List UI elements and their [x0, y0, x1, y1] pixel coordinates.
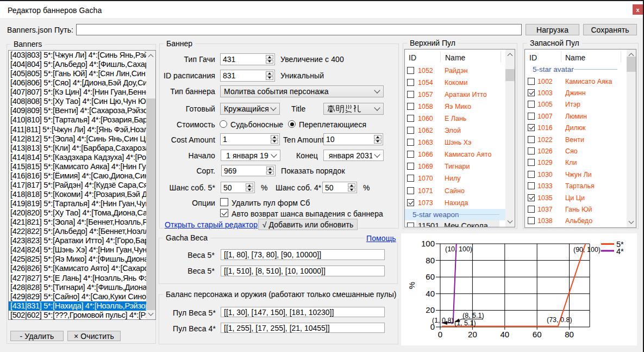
pool-row-checkbox[interactable] — [528, 89, 535, 96]
pool-row[interactable]: 1058Яэ Мико — [405, 101, 507, 113]
clear-banners-button[interactable]: × Очистить — [67, 331, 121, 341]
pool-row[interactable]: 1060Е Лань — [405, 113, 507, 125]
list-item[interactable]: [412|812] 5*:[Эола] 4*:[Синь Янь,Син Цю, — [9, 134, 146, 144]
reserve-pool-list[interactable]: ID Name 5-star avatar1002Камисато Аяка10… — [524, 49, 636, 228]
pool-row-checkbox[interactable] — [407, 115, 414, 122]
list-item[interactable]: [406|806] 5*:[Сяо] 4*:[Диона,Бэй Доу,Син… — [9, 78, 146, 88]
pool-row-checkbox[interactable] — [407, 163, 414, 170]
pool-row-checkbox[interactable] — [407, 139, 414, 146]
list-item[interactable]: [431|831] 5*:[Нахида] 4*:[Ноэлль,Рэйзор,… — [9, 301, 146, 311]
list-item[interactable]: [413|813] 5*:[Кли] 4*:[Барбара,Сахароза,… — [9, 144, 146, 153]
list-item[interactable]: [426|826] 5*:[Камисато Аято] 4*:[Сахароз… — [9, 264, 146, 273]
pool-row-checkbox[interactable] — [407, 151, 414, 158]
load-button[interactable]: Нагрузка — [526, 24, 579, 35]
pool-row-checkbox[interactable] — [407, 223, 414, 227]
list-item[interactable]: [415|815] 5*:[Камисато Аяка] 4*:[Нин Гуа… — [9, 162, 146, 171]
reserve-pool-scrollbar[interactable] — [627, 50, 636, 227]
list-item[interactable]: [423|823] 5*:[Аратаки Итто] 4*:[Горо,Бар… — [9, 236, 146, 245]
pool-weights5-input[interactable]: [[1, 30], [147, 150], [181, 10230]] — [221, 307, 385, 317]
prefab-select[interactable]: Кружащийся ло — [220, 103, 280, 115]
reserve-pool-col-name[interactable]: Name — [565, 53, 585, 62]
weights5-input[interactable]: [[1, 80], [73, 80], [90, 10000]] — [221, 249, 385, 260]
cost-fate-label[interactable]: Судьбоносные — [230, 120, 283, 129]
pool-row-checkbox[interactable] — [407, 79, 414, 86]
pool-row-checkbox[interactable] — [528, 159, 535, 166]
pool-row[interactable]: 1066Камисато Аято — [405, 149, 507, 160]
cost-amount-stepper[interactable]: 1 — [220, 133, 280, 145]
scroll-up-icon[interactable] — [505, 50, 515, 59]
spin-up-icon[interactable] — [266, 55, 273, 59]
save-button[interactable]: Сохранять — [583, 24, 637, 35]
banners-listbox[interactable]: [403|803] 5*:[Чжун Ли] 4*:[Синь Янь,Рэйз… — [8, 50, 156, 320]
spin-down-icon[interactable] — [271, 140, 278, 144]
list-item[interactable]: [420|820] 5*:[Ху Тао] 4*:[Тома,Диона,Саю… — [9, 208, 146, 218]
pool-row[interactable]: 1038Альбедо — [525, 215, 628, 226]
list-item[interactable]: [422|822] 5*:[Альбедо] 4*:[Беннет,Ноэлль… — [9, 227, 146, 236]
spin-down-icon[interactable] — [348, 188, 355, 192]
scroll-down-icon[interactable] — [505, 218, 515, 227]
cost-intertwined-radio[interactable] — [288, 120, 296, 128]
path-input[interactable] — [76, 24, 522, 35]
pool-row-checkbox[interactable] — [407, 199, 414, 206]
auto-return-label[interactable]: Авто возврат шанса выпадения с баннера — [232, 209, 383, 218]
spin-up-icon[interactable] — [348, 183, 355, 187]
pool-row[interactable]: 1054Кокоми — [405, 77, 507, 89]
chance5-stepper[interactable]: 50 — [221, 182, 255, 193]
title-select[interactable] — [323, 103, 384, 115]
list-item[interactable]: [419|819] 5*:[Тарталья] 4*:[Нин Гуан,Чун… — [9, 199, 146, 208]
upper-pool-list[interactable]: ID Name 1052Райдэн1054Кокоми1057Аратаки … — [404, 49, 515, 227]
close-button[interactable]: x — [633, 4, 643, 15]
reserve-pool-col-id[interactable]: ID — [529, 53, 537, 62]
cost-fate-radio[interactable] — [220, 120, 227, 128]
pool-row[interactable]: 1022Венти — [525, 134, 628, 145]
pool-row-checkbox[interactable] — [528, 78, 535, 85]
pool-row[interactable]: 1003Джинн — [525, 87, 628, 98]
pool-row[interactable]: 1026Сяо — [525, 145, 628, 157]
pool-row[interactable]: 1035Ци Ци — [525, 192, 628, 203]
pool-row-checkbox[interactable] — [528, 171, 535, 178]
sort-stepper[interactable]: 969 — [221, 165, 276, 176]
end-date-picker[interactable]: января 2031 — [323, 150, 384, 161]
spin-up-icon[interactable] — [266, 71, 273, 76]
pool-row[interactable]: 1052Райдэн — [405, 65, 507, 77]
pool-row-checkbox[interactable] — [407, 127, 414, 134]
pool-row-checkbox[interactable] — [528, 194, 535, 201]
pool-row[interactable]: 1005Итэр — [525, 98, 628, 110]
schedule-id-stepper[interactable]: 831 — [220, 70, 275, 82]
spin-up-icon[interactable] — [266, 166, 274, 170]
reserve-pool-scrollbar-thumb[interactable] — [627, 57, 636, 72]
pool-row-checkbox[interactable] — [528, 136, 535, 143]
upper-pool-scrollbar-thumb[interactable] — [505, 69, 515, 81]
pool-row[interactable]: 1057Аратаки Итто — [405, 89, 507, 101]
pool-row-checkbox[interactable] — [407, 187, 414, 194]
pool-row-checkbox[interactable] — [528, 206, 535, 213]
list-item[interactable]: [414|814] 5*:[Каэдэхара Кадзуха] 4*:[Роз… — [9, 153, 146, 162]
pool-row[interactable]: 1037Гань Юй — [525, 203, 628, 215]
pool-row-checkbox[interactable] — [528, 113, 535, 120]
list-item[interactable]: [416|816] 5*:[Ёимия] 4*:[Саю,Диона,Синь — [9, 171, 146, 181]
list-item[interactable]: [425|825] 5*:[Яэ Мико] 4*:[Фишль,Диона,Т — [9, 255, 146, 264]
list-item[interactable]: [405|805] 5*:[Гань Юй] 4*:[Сян Лин,Син Ц… — [9, 69, 146, 78]
upper-pool-col-id[interactable]: ID — [409, 53, 416, 62]
pool-row[interactable]: 1007Люмин — [525, 110, 628, 122]
pool-weights4-input[interactable]: [[1, 255], [17, 255], [21, 10455]] — [221, 323, 385, 333]
spin-down-icon[interactable] — [266, 60, 273, 64]
list-item[interactable]: [411|811] 5*:[Чжун Ли] 4*:[Янь Фэй,Ноэлл — [9, 125, 146, 134]
pool-row[interactable]: 1070Нилу — [405, 172, 507, 184]
list-item[interactable]: [502|602] 5*:[???,Громовой пульс] 4*:[Рж… — [9, 311, 146, 319]
pool-row-checkbox[interactable] — [407, 91, 414, 98]
list-item[interactable]: [428|828] 5*:[Тигнари] 4*:[Фишль,Диона,К — [9, 283, 146, 292]
pool-row-checkbox[interactable] — [528, 147, 535, 155]
gacha-type-stepper[interactable]: 431 — [220, 53, 275, 65]
list-item[interactable]: [403|803] 5*:[Чжун Ли] 4*:[Синь Янь,Рэйз… — [9, 51, 146, 60]
list-item[interactable]: [418|818] 5*:[Кокоми] 4*:[Розария,Бэй До — [9, 190, 146, 199]
list-item[interactable]: [429|829] 5*:[Сайно] 4*:[Саю,Куки Синобу — [9, 292, 146, 301]
pool-row[interactable]: 1016Дилюк — [525, 122, 628, 133]
pool-row-checkbox[interactable] — [407, 67, 414, 74]
spin-up-icon[interactable] — [246, 183, 253, 187]
ten-amount-stepper[interactable]: 10 — [323, 133, 383, 145]
auto-return-checkbox[interactable] — [220, 209, 228, 217]
spin-down-icon[interactable] — [266, 76, 273, 81]
spin-down-icon[interactable] — [266, 171, 274, 175]
list-item[interactable]: [407|807] 5*:[Кэ Цин] 4*:[Нин Гуан,Бенне… — [9, 88, 146, 97]
